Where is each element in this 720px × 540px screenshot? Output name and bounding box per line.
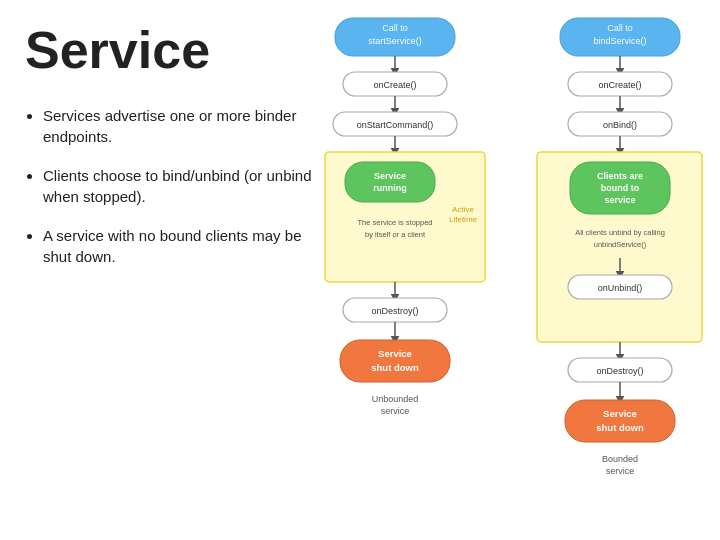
svg-text:service: service bbox=[381, 406, 410, 416]
svg-text:running: running bbox=[373, 183, 407, 193]
bullet-2: Clients choose to bind/unbind (or unbind… bbox=[43, 165, 315, 207]
svg-text:by itself or a client: by itself or a client bbox=[365, 230, 426, 239]
svg-text:shut down: shut down bbox=[371, 362, 419, 373]
svg-text:onBind(): onBind() bbox=[603, 120, 637, 130]
svg-text:bound to: bound to bbox=[601, 183, 640, 193]
svg-text:onCreate(): onCreate() bbox=[598, 80, 641, 90]
svg-rect-51 bbox=[565, 400, 675, 442]
svg-text:startService(): startService() bbox=[368, 36, 422, 46]
svg-text:Bounded: Bounded bbox=[602, 454, 638, 464]
bullet-list: Services advertise one or more binder en… bbox=[25, 105, 315, 285]
svg-text:onCreate(): onCreate() bbox=[373, 80, 416, 90]
svg-text:Service: Service bbox=[374, 171, 406, 181]
svg-text:service: service bbox=[604, 195, 635, 205]
svg-text:Call to: Call to bbox=[607, 23, 633, 33]
svg-text:shut down: shut down bbox=[596, 422, 644, 433]
svg-text:The service is stopped: The service is stopped bbox=[357, 218, 432, 227]
page-title: Service bbox=[25, 20, 210, 80]
svg-text:All clients unbind by calling: All clients unbind by calling bbox=[575, 228, 665, 237]
svg-text:Service: Service bbox=[603, 408, 637, 419]
svg-text:onStartCommand(): onStartCommand() bbox=[357, 120, 434, 130]
svg-text:Clients are: Clients are bbox=[597, 171, 643, 181]
svg-rect-22 bbox=[340, 340, 450, 382]
bullet-1: Services advertise one or more binder en… bbox=[43, 105, 315, 147]
diagram: Call to startService() onCreate() onStar… bbox=[315, 10, 710, 530]
svg-text:bindService(): bindService() bbox=[593, 36, 646, 46]
svg-rect-11 bbox=[345, 162, 435, 202]
svg-text:onDestroy(): onDestroy() bbox=[371, 306, 418, 316]
svg-text:service: service bbox=[606, 466, 635, 476]
svg-text:onDestroy(): onDestroy() bbox=[596, 366, 643, 376]
svg-text:Unbounded: Unbounded bbox=[372, 394, 419, 404]
svg-text:Call to: Call to bbox=[382, 23, 408, 33]
svg-text:unbindService(): unbindService() bbox=[594, 240, 647, 249]
svg-text:Service: Service bbox=[378, 348, 412, 359]
bullet-3: A service with no bound clients may be s… bbox=[43, 225, 315, 267]
svg-text:onUnbind(): onUnbind() bbox=[598, 283, 643, 293]
svg-text:Active: Active bbox=[452, 205, 474, 214]
svg-text:Lifetime: Lifetime bbox=[449, 215, 478, 224]
